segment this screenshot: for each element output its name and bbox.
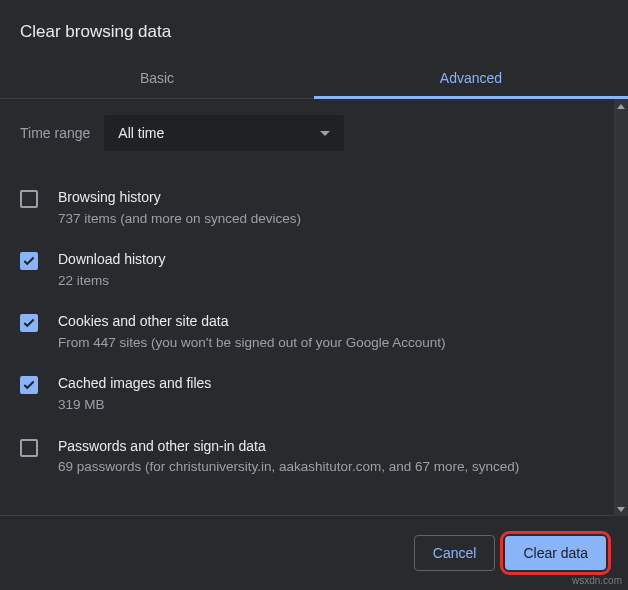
dialog-title: Clear browsing data — [0, 0, 628, 56]
watermark: wsxdn.com — [572, 575, 622, 586]
cancel-button[interactable]: Cancel — [414, 535, 496, 571]
tab-advanced[interactable]: Advanced — [314, 56, 628, 98]
item-subtitle: From 447 sites (you won't be signed out … — [58, 333, 446, 353]
checkbox[interactable] — [20, 314, 38, 332]
item-body: Passwords and other sign-in data69 passw… — [58, 437, 519, 477]
list-item: Cached images and files319 MB — [20, 363, 602, 425]
item-title: Cookies and other site data — [58, 312, 446, 332]
time-range-select[interactable]: All time — [104, 115, 344, 151]
item-subtitle: 69 passwords (for christuniversity.in, a… — [58, 457, 519, 477]
clear-data-button[interactable]: Clear data — [505, 536, 606, 570]
item-subtitle: 737 items (and more on synced devices) — [58, 209, 301, 229]
item-title: Browsing history — [58, 188, 301, 208]
clear-browsing-data-dialog: Clear browsing data Basic Advanced Time … — [0, 0, 628, 590]
time-range-label: Time range — [20, 125, 90, 141]
item-subtitle: 319 MB — [58, 395, 211, 415]
scroll-down-icon[interactable] — [614, 502, 628, 516]
scroll-up-icon[interactable] — [614, 99, 628, 113]
list-item: Cookies and other site dataFrom 447 site… — [20, 301, 602, 363]
time-range-row: Time range All time — [20, 115, 602, 151]
checkbox[interactable] — [20, 190, 38, 208]
checkbox[interactable] — [20, 376, 38, 394]
item-subtitle: 22 items — [58, 271, 165, 291]
checkbox[interactable] — [20, 439, 38, 457]
checkbox[interactable] — [20, 252, 38, 270]
item-body: Download history22 items — [58, 250, 165, 290]
tab-basic[interactable]: Basic — [0, 56, 314, 98]
chevron-down-icon — [320, 131, 330, 136]
scrollbar[interactable] — [614, 99, 628, 516]
item-title: Cached images and files — [58, 374, 211, 394]
item-body: Cookies and other site dataFrom 447 site… — [58, 312, 446, 352]
item-title: Download history — [58, 250, 165, 270]
item-body: Cached images and files319 MB — [58, 374, 211, 414]
tab-bar: Basic Advanced — [0, 56, 628, 99]
list-item: Browsing history737 items (and more on s… — [20, 177, 602, 239]
list-item: Passwords and other sign-in data69 passw… — [20, 426, 602, 488]
options-scroll-area: Time range All time Browsing history737 … — [0, 99, 614, 516]
item-body: Browsing history737 items (and more on s… — [58, 188, 301, 228]
list-item: Download history22 items — [20, 239, 602, 301]
dialog-footer: Cancel Clear data — [0, 516, 628, 590]
item-title: Passwords and other sign-in data — [58, 437, 519, 457]
time-range-value: All time — [118, 125, 164, 141]
